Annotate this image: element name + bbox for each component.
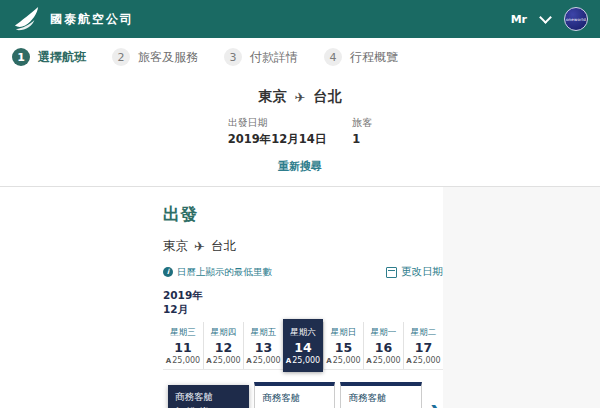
summary-route: 東京 ✈ 台北 (0, 88, 600, 106)
fare-carousel: 商務客艙 標準賞 A25,000起 商務客艙 靈活賞 A40,000起 商務客艙 (168, 382, 443, 408)
passengers-label: 旅客 (352, 116, 372, 130)
date-weekday: 星期六 (283, 327, 323, 339)
date-miles: A25,000 (364, 356, 403, 365)
destination-city: 台北 (211, 238, 236, 255)
right-gutter (443, 187, 600, 408)
calendar-icon (386, 267, 397, 278)
section-route: 東京 ✈ 台北 (163, 238, 443, 255)
date-miles: A25,000 (404, 356, 443, 365)
change-date-link[interactable]: 更改日期 (386, 265, 443, 279)
origin-city: 東京 (259, 88, 287, 106)
date-miles: A25,000 (283, 356, 323, 365)
info-icon: i (163, 267, 173, 277)
fare-cabin: 商務客艙 (262, 392, 327, 405)
asia-miles-icon: A (166, 357, 171, 365)
date-miles: A25,000 (244, 356, 283, 365)
plane-icon: ✈ (295, 90, 306, 105)
date-cell-selected[interactable]: 星期六 14 A25,000 (283, 319, 323, 372)
date-miles: A25,000 (324, 356, 363, 365)
departure-section: 出發 東京 ✈ 台北 i 日曆上顯示的最低里數 更改日期 2019年12月 (0, 187, 443, 408)
date-weekday: 星期三 (163, 327, 203, 339)
date-miles: A25,000 (204, 356, 243, 365)
step-number: 4 (324, 48, 342, 66)
date-day: 17 (404, 340, 443, 355)
departure-date-label: 出發日期 (228, 116, 327, 130)
fare-card-standard[interactable]: 商務客艙 標準賞 A25,000起 (168, 385, 249, 408)
date-cell[interactable]: 星期三 11 A25,000 (163, 322, 203, 369)
new-search-link[interactable]: 重新搜尋 (278, 159, 322, 174)
departure-date-value: 2019年12月14日 (228, 132, 327, 147)
date-day: 15 (324, 340, 363, 355)
app-header: 國泰航空公司 Mr oneworld (0, 0, 600, 38)
step-number: 2 (112, 48, 130, 66)
date-weekday: 星期二 (404, 327, 443, 339)
booking-page: 國泰航空公司 Mr oneworld 1 選擇航班 2 旅客及服務 3 付款詳情… (0, 0, 600, 408)
change-date-label: 更改日期 (401, 265, 443, 279)
calendar-note: i 日曆上顯示的最低里數 (163, 266, 272, 279)
date-weekday: 星期四 (204, 327, 243, 339)
search-summary: 東京 ✈ 台北 出發日期 2019年12月14日 旅客 1 重新搜尋 (0, 76, 600, 187)
date-day: 11 (163, 340, 203, 355)
cathay-logo[interactable]: 國泰航空公司 (12, 6, 134, 32)
step-itinerary-overview[interactable]: 4 行程概覽 (324, 48, 398, 66)
month-label: 2019年12月 (163, 289, 215, 316)
asia-miles-icon: A (326, 357, 331, 365)
brand-name: 國泰航空公司 (50, 11, 134, 28)
step-number: 1 (12, 48, 30, 66)
asia-miles-icon: A (286, 357, 291, 365)
date-strip: 星期三 11 A25,000 星期四 12 A25,000 星期五 13 A25… (163, 322, 443, 370)
asia-miles-icon: A (366, 357, 371, 365)
step-label: 旅客及服務 (138, 49, 198, 66)
departure-date-block: 出發日期 2019年12月14日 (228, 116, 327, 147)
chevron-down-icon[interactable] (539, 11, 552, 24)
step-label: 選擇航班 (38, 49, 86, 66)
passengers-block: 旅客 1 (352, 116, 372, 147)
date-weekday: 星期五 (244, 327, 283, 339)
date-weekday: 星期日 (324, 327, 363, 339)
step-payment-details[interactable]: 3 付款詳情 (224, 48, 298, 66)
step-label: 付款詳情 (250, 49, 298, 66)
calendar-note-text: 日曆上顯示的最低里數 (177, 266, 272, 279)
step-label: 行程概覽 (350, 49, 398, 66)
plane-icon: ✈ (194, 239, 205, 254)
date-cell[interactable]: 星期四 12 A25,000 (203, 322, 243, 369)
brushwing-icon (12, 6, 42, 32)
date-day: 14 (283, 340, 323, 355)
asia-miles-icon: A (206, 357, 211, 365)
step-select-flights[interactable]: 1 選擇航班 (12, 48, 86, 66)
user-title[interactable]: Mr (511, 13, 527, 26)
date-day: 13 (244, 340, 283, 355)
origin-city: 東京 (163, 238, 188, 255)
fare-card-tailored[interactable]: 商務客艙 隨心賞 A57,000起 (340, 382, 421, 408)
passengers-value: 1 (352, 132, 372, 146)
date-cell[interactable]: 星期五 13 A25,000 (243, 322, 283, 369)
carousel-next-icon[interactable]: ❯ (429, 404, 443, 408)
step-number: 3 (224, 48, 242, 66)
fare-cabin: 商務客艙 (348, 392, 413, 405)
date-cell[interactable]: 星期一 16 A25,000 (363, 322, 403, 369)
oneworld-badge[interactable]: oneworld (564, 7, 588, 31)
date-day: 12 (204, 340, 243, 355)
fare-card-flexible[interactable]: 商務客艙 靈活賞 A40,000起 (254, 382, 335, 408)
date-cell[interactable]: 星期二 17 A25,000 (403, 322, 443, 369)
step-nav: 1 選擇航班 2 旅客及服務 3 付款詳情 4 行程概覽 (0, 38, 600, 76)
destination-city: 台北 (313, 88, 341, 106)
section-title: 出發 (163, 203, 443, 226)
oneworld-label: oneworld (566, 17, 586, 22)
step-passengers-services[interactable]: 2 旅客及服務 (112, 48, 198, 66)
date-day: 16 (364, 340, 403, 355)
asia-miles-icon: A (406, 357, 411, 365)
fare-cabin: 商務客艙 (175, 391, 242, 404)
date-cell[interactable]: 星期日 15 A25,000 (323, 322, 363, 369)
date-miles: A25,000 (163, 356, 203, 365)
asia-miles-icon: A (246, 357, 251, 365)
date-weekday: 星期一 (364, 327, 403, 339)
